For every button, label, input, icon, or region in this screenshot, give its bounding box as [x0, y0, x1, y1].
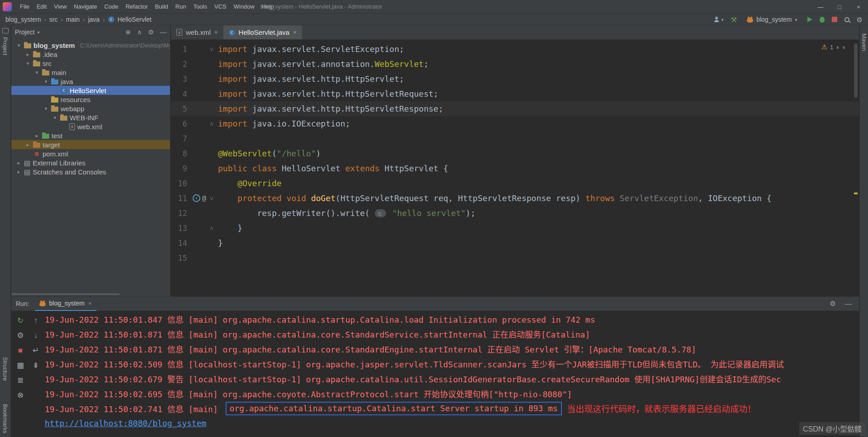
menu-window[interactable]: Window [230, 2, 258, 11]
breadcrumb-item-helloservlet[interactable]: HelloServlet [118, 16, 151, 23]
close-icon[interactable]: × [293, 29, 297, 36]
breadcrumb-item-java[interactable]: java [88, 16, 100, 23]
collapse-all-icon[interactable]: ∧ [137, 28, 142, 36]
tree-item-java[interactable]: ▾java [11, 77, 170, 86]
chevron-right-icon[interactable]: ▸ [16, 169, 22, 175]
tree-item-pom-xml[interactable]: mpom.xml [11, 149, 170, 158]
breadcrumb-item-src[interactable]: src [49, 16, 58, 23]
soft-wrap-icon[interactable]: ↵ [33, 346, 39, 355]
fold-close-icon[interactable]: ∧ [207, 225, 216, 231]
menu-refactor[interactable]: Refactor [122, 2, 151, 11]
collaboration-button[interactable]: ▾ [713, 17, 723, 22]
clear-icon[interactable]: ⊗ [17, 390, 24, 400]
tree-item-helloservlet[interactable]: cHelloServlet [11, 86, 170, 95]
tree-item-idea[interactable]: ▸.idea [11, 50, 170, 59]
tool-button-maven[interactable]: Maven [861, 33, 868, 51]
close-icon[interactable]: × [214, 29, 218, 36]
locate-file-icon[interactable]: ⊕ [125, 28, 131, 36]
annotation-icon[interactable]: @ [202, 194, 206, 202]
tree-item-src[interactable]: ▾src [11, 59, 170, 68]
chevron-down-icon[interactable]: ▾ [43, 79, 49, 85]
code-line-13: 13∧ } [171, 221, 859, 235]
chevron-right-icon[interactable]: ▸ [25, 142, 31, 148]
horizontal-scrollbar[interactable] [11, 293, 120, 295]
rerun-icon[interactable]: ↻ [17, 316, 24, 325]
menu-vcs[interactable]: VCS [211, 2, 230, 11]
dashboard-grid-icon[interactable]: ▦ [17, 361, 24, 370]
chevron-down-icon[interactable]: ▾ [43, 106, 49, 112]
fold-close-icon[interactable]: ∧ [207, 120, 216, 127]
tree-item-target[interactable]: ▸target [11, 140, 170, 149]
menu-view[interactable]: View [50, 2, 70, 11]
chevron-down-icon[interactable]: ▾ [38, 30, 40, 35]
chevron-down-icon[interactable]: ▾ [25, 61, 31, 66]
chevron-down-icon[interactable]: ▾ [52, 115, 58, 121]
close-icon[interactable]: × [849, 0, 868, 14]
run-configuration-selector[interactable]: blog_system ▾ [744, 15, 800, 24]
tree-item-web-inf[interactable]: ▾WEB-INF [11, 113, 170, 122]
hide-panel-icon[interactable]: — [160, 28, 166, 36]
chevron-right-icon[interactable]: ▸ [25, 52, 31, 57]
gear-icon[interactable]: ⚙ [148, 28, 154, 36]
down-stack-trace-icon[interactable]: ↓ [34, 331, 38, 340]
menu-build[interactable]: Build [151, 2, 172, 11]
menu-run[interactable]: Run [172, 2, 190, 11]
tree-item-web-xml[interactable]: xweb.xml [11, 122, 170, 131]
tree-item-test[interactable]: ▸test [11, 131, 170, 140]
chevron-down-icon[interactable]: ▾ [34, 70, 40, 75]
code-segment: import [218, 89, 247, 99]
console-link[interactable]: http://localhost:8080/blog_system [45, 418, 207, 428]
navigation-bar: blog_system›src›main›java›cHelloServlet … [0, 14, 868, 25]
run-tab-blog-system[interactable]: blog_system × [35, 297, 96, 311]
build-hammer-icon[interactable]: ⚒ [731, 16, 736, 23]
chevron-down-icon[interactable]: ▾ [16, 42, 22, 48]
project-panel-title[interactable]: Project [15, 28, 35, 36]
editor-scrollbar[interactable] [854, 43, 858, 98]
code-segment: ( [272, 149, 277, 158]
warning-stripe-mark[interactable] [854, 193, 858, 194]
menu-tools[interactable]: Tools [190, 2, 211, 11]
up-stack-trace-icon[interactable]: ↑ [34, 316, 38, 325]
project-tool-window-icon[interactable] [2, 28, 9, 33]
menu-code[interactable]: Code [101, 2, 122, 11]
breadcrumb-item-blog-system[interactable]: blog_system [5, 16, 41, 23]
tab-helloservlet-java[interactable]: c HelloServlet.java × [223, 25, 302, 39]
settings-wrench-icon[interactable]: ⚙ [17, 331, 24, 340]
print-icon[interactable]: ≣ [17, 376, 24, 385]
run-button[interactable] [807, 17, 812, 22]
tab-web-xml[interactable]: x web.xml × [171, 25, 223, 39]
tool-button-project[interactable]: Project [2, 37, 9, 55]
maximize-icon[interactable]: □ [830, 0, 849, 14]
hide-panel-icon[interactable]: — [845, 300, 852, 308]
overrides-method-icon[interactable]: ↑ [193, 194, 200, 202]
scroll-to-end-icon[interactable]: ⇟ [33, 361, 39, 370]
tree-item-resources[interactable]: resources [11, 95, 170, 104]
menu-navigate[interactable]: Navigate [70, 2, 100, 11]
stop-button[interactable] [832, 17, 837, 22]
breadcrumb-item-main[interactable]: main [66, 16, 80, 23]
next-problem-icon[interactable]: ∨ [842, 45, 845, 50]
tree-item-main[interactable]: ▾main [11, 68, 170, 77]
tree-item-webapp[interactable]: ▾webapp [11, 104, 170, 113]
minimize-icon[interactable]: — [811, 0, 830, 14]
prev-problem-icon[interactable]: ∧ [836, 45, 839, 50]
chevron-right-icon[interactable]: ▸ [34, 133, 40, 139]
code-line-2: 2import javax.servlet.annotation.WebServ… [171, 56, 859, 71]
chevron-right-icon[interactable]: ▸ [16, 160, 22, 166]
settings-button[interactable]: ⚙ [857, 16, 863, 23]
tool-button-bookmarks[interactable]: Bookmarks [2, 404, 9, 433]
tree-item-blog-system[interactable]: ▾blog_systemC:\Users\Administrator\Deskt… [11, 41, 170, 50]
tree-item-external-libraries[interactable]: ▸▤External Libraries [11, 158, 170, 167]
menu-edit[interactable]: Edit [33, 2, 50, 11]
close-icon[interactable]: × [88, 300, 92, 307]
gear-icon[interactable]: ⚙ [830, 300, 836, 308]
menu-file[interactable]: File [16, 2, 33, 11]
debug-button[interactable] [820, 17, 825, 23]
tool-button-structure[interactable]: Structure [2, 357, 9, 381]
fold-open-icon[interactable]: ∨ [207, 195, 216, 202]
inspection-widget[interactable]: ⚠ 1 ∧ ∨ [821, 43, 845, 51]
tree-item-scratches-and-consoles[interactable]: ▸▤Scratches and Consoles [11, 167, 170, 176]
search-everywhere-button[interactable] [844, 17, 849, 22]
fold-open-icon[interactable]: ∨ [207, 46, 216, 52]
stop-icon[interactable]: ■ [18, 346, 23, 355]
